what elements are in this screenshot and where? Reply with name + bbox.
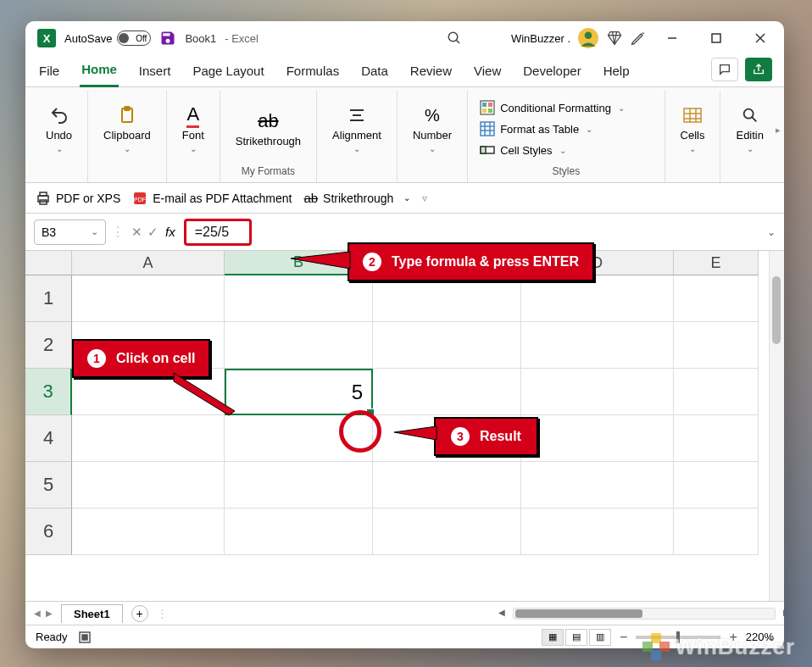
number-button[interactable]: % Number ⌄ [406, 99, 459, 158]
row-header-6[interactable]: 6 [25, 509, 72, 555]
fx-icon[interactable]: fx [165, 225, 175, 239]
user-avatar-icon[interactable] [577, 27, 599, 49]
column-header-a[interactable]: A [72, 251, 225, 275]
cell-b1[interactable] [225, 275, 373, 322]
cell-d3[interactable] [521, 369, 674, 415]
confirm-formula-icon[interactable]: ✓ [147, 225, 159, 240]
cell-d2[interactable] [521, 322, 674, 369]
cell-c5[interactable] [373, 462, 521, 509]
tab-file[interactable]: File [37, 58, 61, 86]
cell-d1[interactable] [521, 275, 674, 322]
cell-c1[interactable] [373, 275, 521, 322]
ribbon: Undo ⌄ Clipboard ⌄ [25, 87, 784, 183]
name-box[interactable]: B3 ⌄ [34, 220, 106, 245]
conditional-formatting-button[interactable]: Conditional Formatting ⌄ [476, 98, 628, 117]
name-box-value: B3 [42, 225, 56, 239]
format-as-table-button[interactable]: Format as Table ⌄ [476, 120, 628, 138]
horizontal-scrollbar-thumb[interactable] [515, 609, 642, 618]
tab-home[interactable]: Home [80, 57, 119, 87]
document-name: Book1 [185, 32, 216, 45]
cell-a5[interactable] [72, 462, 225, 509]
clipboard-button[interactable]: Clipboard ⌄ [97, 99, 158, 158]
view-page-layout-button[interactable]: ▤ [565, 629, 587, 646]
cell-c2[interactable] [373, 322, 521, 369]
cell-d6[interactable] [521, 509, 674, 555]
cell-a1[interactable] [72, 275, 225, 322]
tab-insert[interactable]: Insert [137, 58, 173, 86]
zoom-out-button[interactable]: − [620, 630, 627, 645]
user-name: WinBuzzer . [511, 32, 570, 45]
cell-e1[interactable] [674, 275, 759, 322]
tab-review[interactable]: Review [409, 58, 453, 86]
minimize-button[interactable] [653, 21, 691, 55]
cell-e4[interactable] [674, 415, 759, 462]
tab-page-layout[interactable]: Page Layout [191, 58, 265, 86]
vertical-scrollbar[interactable] [769, 251, 784, 601]
expand-formula-bar-icon[interactable]: ⌄ [767, 226, 776, 238]
qat-pdf-label: PDF or XPS [56, 192, 120, 205]
chevron-down-icon: ⌄ [91, 226, 98, 237]
strikethrough-button[interactable]: ab Strikethrough [229, 105, 308, 153]
editing-button[interactable]: Editin ⌄ [729, 99, 770, 158]
tab-view[interactable]: View [472, 58, 503, 86]
sheet-tab-1[interactable]: Sheet1 [61, 604, 123, 623]
row-header-4[interactable]: 4 [25, 415, 72, 462]
group-label-styles: Styles [553, 164, 581, 181]
tab-formulas[interactable]: Formulas [285, 58, 342, 86]
tab-help[interactable]: Help [602, 58, 631, 86]
select-all-corner[interactable] [25, 251, 72, 275]
cell-e5[interactable] [674, 462, 759, 509]
alignment-button[interactable]: Alignment ⌄ [325, 99, 388, 158]
tab-developer[interactable]: Developer [521, 58, 582, 86]
tab-data[interactable]: Data [359, 58, 390, 86]
cell-a6[interactable] [72, 509, 225, 555]
diamond-icon[interactable] [606, 30, 623, 47]
row-header-2[interactable]: 2 [25, 322, 72, 369]
cell-e2[interactable] [674, 322, 759, 369]
cell-d5[interactable] [521, 462, 674, 509]
column-header-e[interactable]: E [674, 251, 759, 275]
save-icon[interactable] [159, 30, 176, 47]
cell-e3[interactable] [674, 369, 759, 415]
undo-button[interactable]: Undo ⌄ [39, 99, 79, 158]
group-label-spacer [58, 164, 60, 181]
view-normal-button[interactable]: ▦ [542, 629, 564, 646]
macro-recorder-icon[interactable] [78, 631, 92, 644]
qat-strikethrough[interactable]: ab Strikethrough ⌄ [303, 191, 410, 205]
cell-styles-button[interactable]: Cell Styles ⌄ [476, 141, 628, 159]
row-header-1[interactable]: 1 [25, 275, 72, 322]
cell-b5[interactable] [225, 462, 373, 509]
horizontal-scrollbar[interactable] [513, 608, 776, 620]
ribbon-overflow-icon[interactable]: ▸ [776, 125, 781, 136]
cells-button[interactable]: Cells ⌄ [674, 99, 712, 158]
share-button[interactable] [745, 58, 772, 81]
sheet-nav[interactable]: ◀▶ [34, 609, 53, 618]
cancel-formula-icon[interactable]: ✕ [131, 225, 142, 240]
cell-e6[interactable] [674, 509, 759, 555]
comments-button[interactable] [711, 58, 738, 81]
qat-email-pdf[interactable]: PDF E-mail as PDF Attachment [132, 191, 292, 206]
font-button[interactable]: A Font ⌄ [175, 99, 211, 158]
vertical-scrollbar-thumb[interactable] [772, 276, 781, 344]
excel-app-icon: X [37, 29, 56, 47]
cell-d4[interactable] [521, 415, 674, 462]
qat-pdf-or-xps[interactable]: PDF or XPS [36, 191, 120, 206]
pen-icon[interactable] [630, 30, 647, 47]
cell-c3[interactable] [373, 369, 521, 415]
formula-input[interactable]: =25/5 [184, 219, 252, 246]
qat-email-label: E-mail as PDF Attachment [153, 192, 292, 205]
close-button[interactable] [742, 21, 779, 55]
qat-overflow-icon[interactable]: ▿ [422, 192, 427, 204]
autosave-toggle[interactable]: Off [117, 31, 151, 46]
maximize-button[interactable] [698, 21, 735, 55]
add-sheet-button[interactable]: + [131, 605, 148, 622]
view-page-break-button[interactable]: ▥ [589, 629, 611, 646]
autosave-state: Off [136, 34, 147, 43]
cell-b3[interactable]: 5 [225, 369, 373, 415]
row-header-3[interactable]: 3 [25, 369, 72, 415]
cell-b6[interactable] [225, 509, 373, 555]
cell-c6[interactable] [373, 509, 521, 555]
row-header-5[interactable]: 5 [25, 462, 72, 509]
search-icon[interactable] [447, 31, 462, 46]
cell-b2[interactable] [225, 322, 373, 369]
